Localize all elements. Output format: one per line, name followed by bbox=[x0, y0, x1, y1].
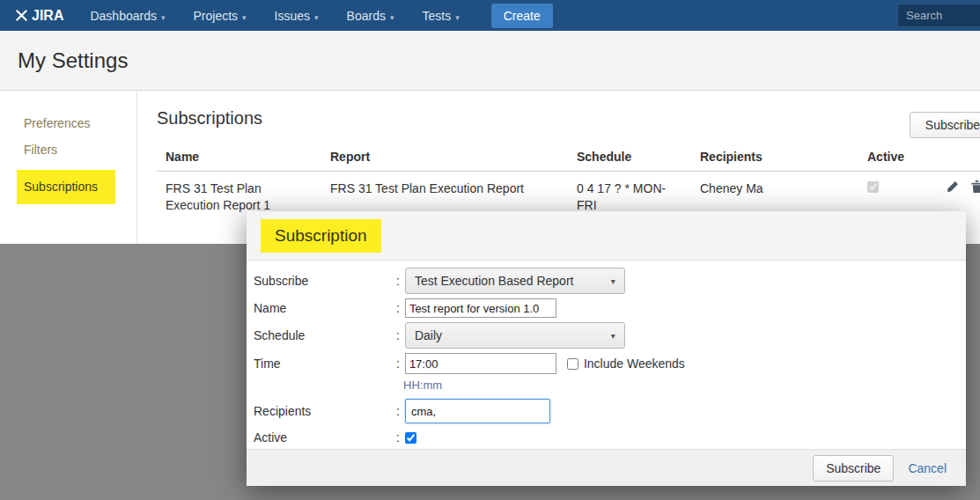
delete-trash-icon[interactable] bbox=[971, 180, 980, 197]
nav-item-label: Projects bbox=[193, 9, 238, 23]
chevron-down-icon: ▾ bbox=[611, 331, 615, 341]
dialog-body: Subscribe : Test Execution Based Report … bbox=[247, 261, 966, 445]
schedule-select-value: Daily bbox=[415, 328, 442, 342]
subscribe-button[interactable]: Subscribe bbox=[910, 112, 980, 138]
sidebar-item-filters[interactable]: Filters bbox=[24, 142, 136, 158]
column-header-active: Active bbox=[858, 143, 929, 172]
sidebar: Preferences Filters Subscriptions bbox=[0, 91, 137, 244]
table-header-row: Name Report Schedule Recipients Active bbox=[157, 143, 980, 172]
label-colon: : bbox=[396, 274, 400, 288]
edit-pencil-icon[interactable] bbox=[947, 180, 959, 197]
recipients-field-row: Recipients : bbox=[254, 399, 959, 423]
jira-logo-text: JIRA bbox=[32, 8, 63, 24]
nav-item-dashboards[interactable]: Dashboards▾ bbox=[90, 9, 165, 23]
subscribe-field-row: Subscribe : Test Execution Based Report … bbox=[254, 268, 959, 294]
schedule-select[interactable]: Daily ▾ bbox=[405, 322, 625, 349]
chevron-down-icon: ▾ bbox=[242, 13, 247, 22]
active-field-label: Active bbox=[254, 430, 396, 445]
nav-item-label: Dashboards bbox=[90, 9, 157, 23]
search-input[interactable] bbox=[897, 4, 980, 27]
column-header-schedule: Schedule bbox=[568, 143, 691, 172]
column-header-name: Name bbox=[157, 143, 321, 172]
chevron-down-icon: ▾ bbox=[390, 13, 394, 22]
top-navigation-bar: JIRA Dashboards▾ Projects▾ Issues▾ Board… bbox=[0, 0, 980, 31]
row-active-checkbox bbox=[867, 181, 879, 193]
time-format-hint: HH:mm bbox=[403, 379, 959, 392]
recipients-input[interactable] bbox=[405, 399, 550, 423]
dialog-header: Subscription bbox=[247, 211, 966, 261]
jira-logo[interactable]: JIRA bbox=[16, 8, 63, 24]
chevron-down-icon: ▾ bbox=[161, 13, 166, 22]
nav-item-tests[interactable]: Tests▾ bbox=[422, 9, 459, 23]
chevron-down-icon: ▾ bbox=[314, 13, 319, 22]
dialog-title: Subscription bbox=[261, 219, 381, 253]
nav-item-label: Tests bbox=[422, 9, 451, 23]
chevron-down-icon: ▾ bbox=[611, 276, 615, 286]
page-title: My Settings bbox=[18, 48, 128, 73]
sidebar-item-preferences[interactable]: Preferences bbox=[24, 115, 136, 132]
subscribe-report-select[interactable]: Test Execution Based Report ▾ bbox=[405, 268, 625, 294]
sidebar-item-subscriptions[interactable]: Subscriptions bbox=[17, 170, 115, 204]
nav-item-issues[interactable]: Issues▾ bbox=[275, 9, 319, 23]
column-header-report: Report bbox=[321, 143, 568, 172]
subscribe-report-select-value: Test Execution Based Report bbox=[415, 274, 574, 288]
include-weekends-label: Include Weekends bbox=[584, 357, 685, 371]
column-header-actions bbox=[929, 143, 980, 172]
label-colon: : bbox=[396, 357, 400, 371]
time-field-label: Time bbox=[254, 357, 396, 371]
subscriptions-heading: Subscriptions bbox=[157, 108, 980, 129]
name-input[interactable] bbox=[405, 298, 556, 318]
schedule-field-label: Schedule bbox=[254, 328, 396, 342]
chevron-down-icon: ▾ bbox=[455, 13, 460, 22]
dialog-subscribe-button[interactable]: Subscribe bbox=[813, 455, 894, 482]
dialog-cancel-link[interactable]: Cancel bbox=[908, 461, 947, 475]
jira-logo-icon bbox=[16, 10, 27, 21]
page-header: My Settings bbox=[0, 31, 980, 91]
recipients-field-label: Recipients bbox=[254, 404, 396, 418]
include-weekends-checkbox[interactable] bbox=[567, 358, 578, 370]
dialog-footer: Subscribe Cancel bbox=[247, 449, 966, 486]
create-button[interactable]: Create bbox=[491, 4, 553, 28]
include-weekends-field: Include Weekends bbox=[567, 357, 685, 371]
name-field-row: Name : bbox=[254, 298, 959, 318]
time-input[interactable] bbox=[405, 353, 556, 374]
label-colon: : bbox=[396, 301, 400, 315]
column-header-recipients: Recipients bbox=[691, 143, 858, 172]
active-field-row: Active : bbox=[254, 430, 959, 445]
label-colon: : bbox=[396, 328, 400, 342]
active-checkbox[interactable] bbox=[405, 432, 416, 444]
nav-item-label: Issues bbox=[275, 9, 310, 23]
subscribe-field-label: Subscribe bbox=[254, 274, 396, 288]
subscription-dialog: Subscription Subscribe : Test Execution … bbox=[247, 211, 966, 486]
schedule-field-row: Schedule : Daily ▾ bbox=[254, 322, 959, 349]
name-field-label: Name bbox=[254, 301, 396, 315]
label-colon: : bbox=[396, 404, 400, 418]
label-colon: : bbox=[396, 430, 400, 445]
nav-item-boards[interactable]: Boards▾ bbox=[347, 9, 394, 23]
time-field-row: Time : Include Weekends bbox=[254, 353, 959, 374]
nav-item-label: Boards bbox=[347, 9, 386, 23]
nav-item-projects[interactable]: Projects▾ bbox=[193, 9, 246, 23]
